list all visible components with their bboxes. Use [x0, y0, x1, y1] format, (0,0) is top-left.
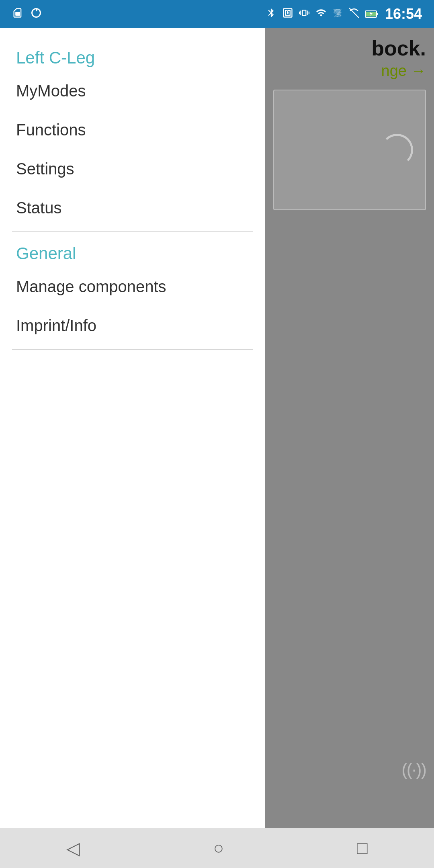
- wifi-icon: [315, 8, 327, 21]
- nfc-icon: [282, 7, 293, 21]
- status-bar-left-icons: [12, 7, 42, 21]
- sim-card-icon: [12, 7, 23, 21]
- recents-button[interactable]: □: [345, 834, 380, 862]
- bg-link-text: nge: [381, 62, 407, 80]
- status-bar-right-icons: 16:54: [266, 6, 422, 23]
- sync-icon: [31, 7, 42, 21]
- drawer-item-mymodes[interactable]: MyModes: [0, 72, 265, 111]
- drawer-item-status[interactable]: Status: [0, 188, 265, 227]
- main-layout: Left C-Leg MyModes Functions Settings St…: [0, 28, 434, 828]
- waves-icon: ((·)): [401, 760, 426, 779]
- background-content: bock. nge → ((·)): [265, 28, 434, 828]
- home-icon: ○: [213, 838, 224, 858]
- bluetooth-icon: [266, 8, 276, 21]
- drawer-divider-2: [12, 349, 253, 350]
- waves-area: ((·)): [401, 760, 426, 780]
- svg-rect-4: [377, 13, 378, 15]
- section-header-left-c-leg: Left C-Leg: [0, 40, 265, 72]
- drawer-section-general: General Manage components Imprint/Info: [0, 236, 265, 345]
- navigation-drawer: Left C-Leg MyModes Functions Settings St…: [0, 28, 265, 828]
- brand-logo: bock.: [371, 36, 426, 60]
- bg-card: [273, 90, 426, 210]
- status-bar: 16:54: [0, 0, 434, 28]
- back-icon: ◁: [66, 838, 80, 858]
- bg-link-area: nge →: [265, 60, 434, 82]
- drawer-item-imprint-info[interactable]: Imprint/Info: [0, 306, 265, 345]
- brand-area: bock.: [265, 28, 434, 60]
- navigation-bar: ◁ ○ □: [0, 828, 434, 868]
- section-header-general: General: [0, 236, 265, 267]
- home-button[interactable]: ○: [201, 834, 236, 862]
- drawer-item-settings[interactable]: Settings: [0, 149, 265, 188]
- svg-rect-0: [15, 12, 20, 15]
- drawer-section-left-c-leg: Left C-Leg MyModes Functions Settings St…: [0, 40, 265, 227]
- battery-icon: [365, 8, 379, 20]
- bg-arrow-icon: →: [411, 62, 426, 80]
- drawer-item-manage-components[interactable]: Manage components: [0, 267, 265, 306]
- signal-cross1-icon: [333, 8, 343, 21]
- vibrate-icon: [299, 8, 309, 21]
- circle-partial-icon: [381, 134, 413, 166]
- recents-icon: □: [357, 838, 368, 858]
- status-time: 16:54: [385, 6, 422, 23]
- signal-cross2-icon: [349, 8, 359, 21]
- back-button[interactable]: ◁: [54, 834, 92, 862]
- drawer-item-functions[interactable]: Functions: [0, 111, 265, 149]
- drawer-divider-1: [12, 231, 253, 232]
